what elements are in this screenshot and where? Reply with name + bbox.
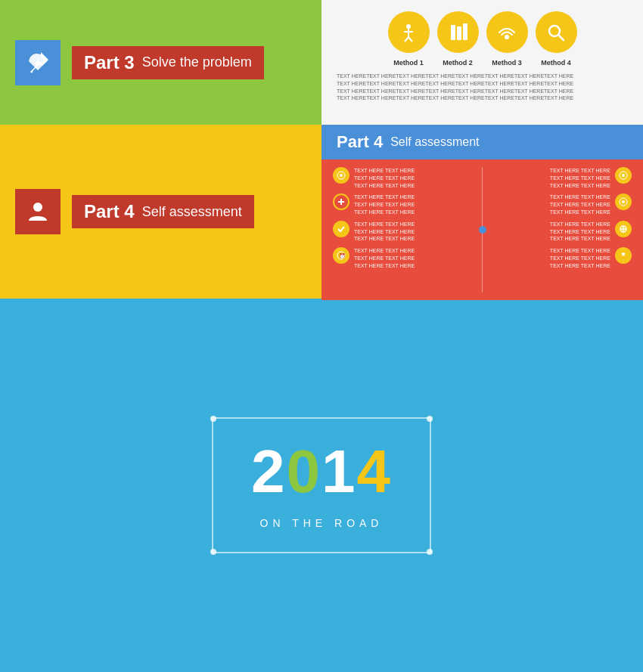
check-text-r3: TEXT HERE TEXT HERETEXT HERE TEXT HERETE… bbox=[550, 221, 610, 243]
checklist-item-r3: TEXT HERE TEXT HERETEXT HERE TEXT HERETE… bbox=[502, 221, 632, 243]
year-digit-2: 2 bbox=[251, 438, 287, 505]
user-icon bbox=[26, 200, 50, 224]
svg-rect-7 bbox=[457, 26, 461, 40]
part4-content: TEXT HERE TEXT HERETEXT HERE TEXT HERETE… bbox=[322, 159, 643, 300]
checklist-right: TEXT HERE TEXT HERETEXT HERE TEXT HERETE… bbox=[502, 167, 632, 293]
check-icon-3 bbox=[333, 221, 349, 237]
right-icon-3 bbox=[615, 221, 632, 237]
checklist-item-3: TEXT HERE TEXT HERETEXT HERE TEXT HERETE… bbox=[333, 221, 464, 243]
checklist-item-r1: TEXT HERE TEXT HERETEXT HERE TEXT HERETE… bbox=[502, 167, 632, 189]
part3-left-panel: Part 3 Solve the problem bbox=[0, 0, 322, 125]
part3-number: Part 3 bbox=[84, 52, 135, 73]
check-text-3: TEXT HERE TEXT HERETEXT HERE TEXT HERETE… bbox=[354, 221, 415, 243]
checklist-item-1: TEXT HERE TEXT HERETEXT HERE TEXT HERETE… bbox=[333, 167, 464, 189]
checklist-item-r2: TEXT HERE TEXT HERETEXT HERE TEXT HERETE… bbox=[502, 194, 632, 215]
svg-point-14 bbox=[340, 174, 343, 177]
right-icon-2 bbox=[615, 194, 632, 210]
svg-point-12 bbox=[33, 203, 42, 212]
corner-dot-tl bbox=[210, 416, 216, 422]
checklist-item-2: TEXT HERE TEXT HERETEXT HERE TEXT HERETE… bbox=[333, 194, 464, 215]
year-digit-0: 0 bbox=[287, 438, 322, 505]
pin-icon bbox=[26, 51, 50, 75]
svg-text:⏰: ⏰ bbox=[339, 252, 346, 259]
check-text-r1: TEXT HERE TEXT HERETEXT HERE TEXT HERETE… bbox=[550, 167, 610, 189]
right-icon-4 bbox=[615, 247, 632, 264]
method4-icon bbox=[536, 11, 577, 53]
corner-dot-bl bbox=[210, 549, 216, 555]
method1-label: Method 1 bbox=[388, 59, 430, 67]
year-digit-1: 1 bbox=[322, 438, 357, 505]
check-icon-2 bbox=[333, 194, 349, 210]
part4-header: Part 4 Self assessment bbox=[322, 125, 643, 159]
svg-point-20 bbox=[622, 174, 625, 177]
checklist-left: TEXT HERE TEXT HERETEXT HERE TEXT HERETE… bbox=[333, 167, 464, 293]
check-icon-1 bbox=[333, 167, 349, 184]
svg-rect-8 bbox=[463, 23, 467, 40]
svg-point-1 bbox=[406, 24, 411, 29]
svg-point-22 bbox=[622, 200, 625, 203]
methods-description-text: TEXT HERETEXT HERETEXT HERETEXT HERETEXT… bbox=[337, 73, 628, 102]
corner-dot-tr bbox=[427, 416, 433, 422]
part4-number: Part 4 bbox=[84, 201, 135, 222]
bottom-section: 2014 ON THE ROAD bbox=[0, 299, 643, 672]
pin-icon-box bbox=[15, 40, 61, 85]
check-text-1: TEXT HERE TEXT HERETEXT HERE TEXT HERETE… bbox=[354, 167, 415, 189]
part3-description: Solve the problem bbox=[142, 54, 252, 70]
method2-label: Method 2 bbox=[437, 59, 479, 67]
check-text-r2: TEXT HERE TEXT HERETEXT HERE TEXT HERETE… bbox=[550, 194, 610, 215]
part3-label-box: Part 3 Solve the problem bbox=[72, 46, 264, 79]
methods-icons-row bbox=[337, 11, 628, 53]
svg-line-5 bbox=[408, 37, 412, 42]
checklist-item-r4: TEXT HERE TEXT HERETEXT HERE TEXT HERETE… bbox=[502, 247, 632, 269]
part4-description: Self assessment bbox=[142, 204, 242, 220]
part4-label-box: Part 4 Self assessment bbox=[72, 195, 254, 228]
svg-line-11 bbox=[558, 35, 564, 40]
part4-right-panel: Part 4 Self assessment TEXT HERE TEXT HE… bbox=[322, 125, 643, 299]
check-text-r4: TEXT HERE TEXT HERETEXT HERE TEXT HERETE… bbox=[550, 247, 610, 269]
part4-header-desc: Self assessment bbox=[390, 135, 479, 149]
right-icon-1 bbox=[615, 167, 632, 184]
part4-left-panel: Part 4 Self assessment bbox=[0, 125, 322, 299]
method3-icon bbox=[486, 11, 528, 53]
connector-column bbox=[471, 167, 494, 293]
user-icon-box bbox=[15, 189, 61, 234]
check-text-4: TEXT HERE TEXT HERETEXT HERE TEXT HERETE… bbox=[354, 247, 415, 269]
check-icon-4: ⏰ bbox=[333, 247, 349, 264]
part4-header-number: Part 4 bbox=[337, 132, 383, 152]
svg-line-4 bbox=[405, 37, 408, 42]
year-display: 2014 bbox=[251, 441, 392, 502]
year-digit-4: 4 bbox=[357, 438, 393, 505]
svg-point-9 bbox=[505, 36, 508, 39]
year-box: 2014 ON THE ROAD bbox=[212, 417, 431, 553]
method4-label: Method 4 bbox=[536, 59, 577, 67]
method1-icon bbox=[388, 11, 430, 53]
part3-right-panel: Method 1 Method 2 Method 3 Method 4 TEXT… bbox=[322, 0, 643, 125]
method3-label: Method 3 bbox=[486, 59, 528, 67]
method2-icon bbox=[437, 11, 479, 53]
svg-rect-6 bbox=[451, 25, 455, 40]
corner-dot-br bbox=[427, 549, 433, 555]
tagline: ON THE ROAD bbox=[251, 517, 392, 529]
methods-labels-row: Method 1 Method 2 Method 3 Method 4 bbox=[337, 59, 628, 67]
checklist-item-4: ⏰ TEXT HERE TEXT HERETEXT HERE TEXT HERE… bbox=[333, 247, 464, 269]
middle-section: Part 4 Self assessment Part 4 Self asses… bbox=[0, 125, 643, 299]
check-text-2: TEXT HERE TEXT HERETEXT HERE TEXT HERETE… bbox=[354, 194, 415, 215]
